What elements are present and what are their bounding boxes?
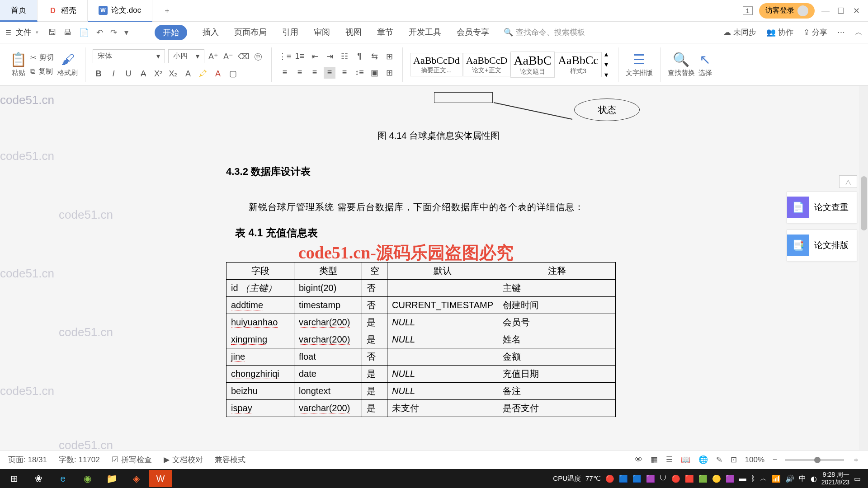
sort-icon[interactable]: ☷ [339,51,350,62]
align-left-icon[interactable]: ≡ [279,67,291,79]
maximize-button[interactable]: ☐ [836,6,845,15]
menu-tab-view[interactable]: 视图 [345,25,362,40]
wps-icon[interactable]: W [149,470,172,487]
more-icon[interactable]: ⋯ [837,28,845,37]
shading-icon[interactable]: ▣ [368,67,380,79]
read-view-icon[interactable]: 📖 [681,455,690,465]
para-mark-icon[interactable]: ¶ [354,51,365,62]
share-button[interactable]: ⇪分享 [803,27,827,38]
char-border-button[interactable]: ▢ [227,68,239,80]
menu-tab-start[interactable]: 开始 [155,25,187,40]
font-name-select[interactable]: 宋体▾ [93,49,165,63]
borders-icon[interactable]: ⊞ [383,67,395,79]
tab-home[interactable]: 首页 [0,0,38,22]
style-down-icon[interactable]: ▾ [604,60,608,69]
text-layout-button[interactable]: ☰文字排版 [626,52,653,77]
vertical-scrollbar[interactable] [859,86,868,463]
format-painter-button[interactable]: 🖌格式刷 [57,52,78,77]
hamburger-icon[interactable]: ≡ [5,27,11,38]
find-replace-button[interactable]: 🔍查找替换 [668,52,695,77]
redo-icon[interactable]: ↷ [110,28,117,38]
bluetooth-icon[interactable]: ᛒ [751,474,755,483]
paste-button[interactable]: 📋粘贴 [10,52,27,77]
zoom-handle[interactable] [814,457,821,463]
zoom-out-icon[interactable]: − [773,455,777,465]
style-item[interactable]: AaBbCcDd摘要正文... [410,53,463,76]
menu-tab-review[interactable]: 审阅 [314,25,330,40]
menu-tab-member[interactable]: 会员专享 [457,25,489,40]
window-count[interactable]: 1 [743,6,753,15]
align-right-icon[interactable]: ≡ [309,67,321,79]
zoom-slider[interactable] [785,459,844,461]
spell-check[interactable]: ☑拼写检查 [112,455,152,465]
doc-proof[interactable]: ▶文档校对 [164,455,203,465]
tab-daoke[interactable]: D稻壳 [38,0,88,22]
tray-icon[interactable]: 🟩 [698,474,708,483]
cut-button[interactable]: ✂剪切 [30,53,54,62]
tray-icon[interactable]: 🟪 [726,474,735,483]
eye-icon[interactable]: 👁 [635,455,642,465]
underline-button[interactable]: U [123,68,134,80]
align-justify-icon[interactable]: ≡ [324,67,335,79]
font-color-button[interactable]: A [212,68,224,80]
notification-icon[interactable]: ▭ [854,474,861,483]
tray-icon[interactable]: 🔴 [671,474,680,483]
increase-font-icon[interactable]: A⁺ [208,51,219,62]
style-item[interactable]: AaBbCcD论文+正文 [463,53,511,76]
number-list-icon[interactable]: 1≡ [294,51,306,62]
zoom-in-icon[interactable]: ＋ [852,455,860,465]
ime-icon[interactable]: 中 [799,474,806,483]
tray-icon[interactable]: 🔴 [605,474,614,483]
login-button[interactable]: 访客登录 [759,3,815,19]
word-count[interactable]: 字数: 11702 [59,455,100,465]
italic-button[interactable]: I [108,68,119,80]
align-center-icon[interactable]: ≡ [294,67,306,79]
collab-button[interactable]: 👥协作 [766,27,793,38]
taskbar-clock[interactable]: 9:28 周一 2021/8/23 [821,471,849,486]
document-area[interactable]: 状态 图 4.14 台球桌信息实体属性图 4.3.2 数据库设计表 新锐台球厅管… [0,86,868,463]
tray-icon[interactable]: 🟦 [632,474,642,483]
scroll-thumb[interactable] [861,176,867,230]
tray-icon[interactable]: 🟦 [619,474,628,483]
undo-icon[interactable]: ↶ [96,28,103,38]
tab-icon[interactable]: ⇆ [368,51,380,62]
style-item[interactable]: AaBbCc样式3 [555,52,602,77]
taskbar-app[interactable]: ❀ [27,470,50,487]
style-up-icon[interactable]: ▴ [604,50,608,58]
fit-icon[interactable]: ⊡ [731,455,737,465]
bold-button[interactable]: B [93,68,104,80]
border-icon[interactable]: ⊞ [383,51,395,62]
menu-tab-insert[interactable]: 插入 [203,25,219,40]
preview-icon[interactable]: 📄 [79,28,89,38]
panel-toggle[interactable]: △ [839,175,857,188]
paper-check-button[interactable]: 📄论文查重 [787,192,857,223]
tray-up-icon[interactable]: ︿ [760,474,767,483]
highlight-button[interactable]: 🖍 [197,68,209,80]
search-box[interactable]: 🔍查找命令、搜索模板 [504,27,585,38]
paper-layout-button[interactable]: 📑论文排版 [787,230,857,261]
ie-icon[interactable]: e [52,470,74,487]
decrease-indent-icon[interactable]: ⇤ [309,51,321,62]
menu-tab-devtools[interactable]: 开发工具 [409,25,441,40]
tray-icon[interactable]: ▬ [739,474,746,483]
chevron-up-icon[interactable]: ︿ [855,27,863,38]
save-icon[interactable]: 🖫 [48,28,57,38]
pen-icon[interactable]: ✎ [716,455,722,465]
explorer-icon[interactable]: 📁 [100,470,123,487]
close-button[interactable]: ✕ [852,6,861,15]
tray-icon[interactable]: 🛡 [660,474,667,483]
tray-icon[interactable]: 🟪 [646,474,655,483]
tray-icon[interactable]: ◐ [811,474,817,483]
menu-tab-pagelayout[interactable]: 页面布局 [234,25,267,40]
tray-icon[interactable]: 🟥 [685,474,694,483]
style-more-icon[interactable]: ▾ [604,70,608,79]
style-item[interactable]: AaBbC论文题目 [510,52,555,78]
decrease-font-icon[interactable]: A⁻ [222,51,234,62]
strike-button[interactable]: A̶ [137,68,149,80]
menu-tab-chapter[interactable]: 章节 [377,25,393,40]
taskbar-app[interactable]: ◈ [125,470,147,487]
page-view-icon[interactable]: ▦ [651,455,658,465]
superscript-button[interactable]: X² [152,68,164,80]
chevron-down-icon[interactable]: ▾ [124,28,128,38]
zoom-level[interactable]: 100% [745,455,764,465]
